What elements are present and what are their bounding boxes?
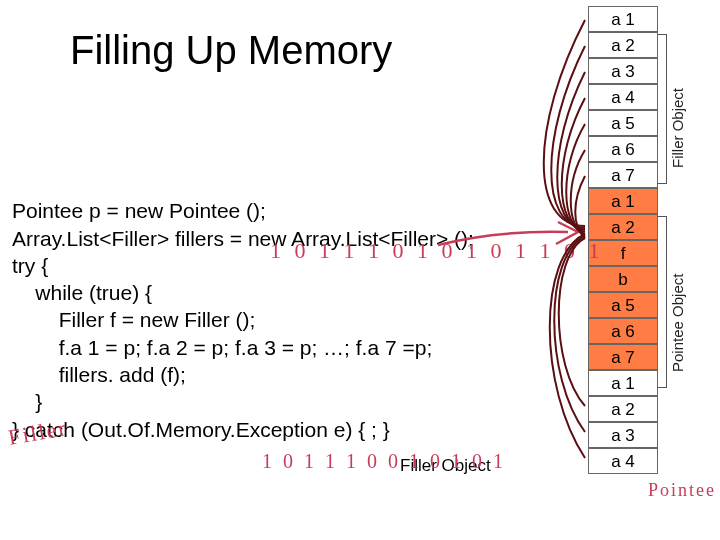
handwritten-bits: 1 0 1 1 1 0 0 1 0 1 0 1: [262, 450, 506, 473]
page-title: Filling Up Memory: [70, 28, 392, 73]
code-line: Pointee p = new Pointee ();: [12, 199, 266, 222]
handwritten-pointee: Pointee: [648, 480, 716, 501]
brace-icon: [658, 34, 667, 184]
pointer-curves-icon: [540, 6, 600, 526]
code-line: while (true) {: [12, 281, 152, 304]
filler-object-label: Filler Object: [669, 38, 686, 168]
code-line: }: [12, 390, 42, 413]
pointee-object-label: Pointee Object: [669, 242, 686, 372]
brace-icon: [658, 216, 667, 388]
code-line: f.a 1 = p; f.a 2 = p; f.a 3 = p; …; f.a …: [12, 336, 432, 359]
code-line: fillers. add (f);: [12, 363, 186, 386]
code-line: Filler f = new Filler ();: [12, 308, 255, 331]
code-block: Pointee p = new Pointee (); Array.List<F…: [12, 170, 474, 443]
code-line: try {: [12, 254, 48, 277]
